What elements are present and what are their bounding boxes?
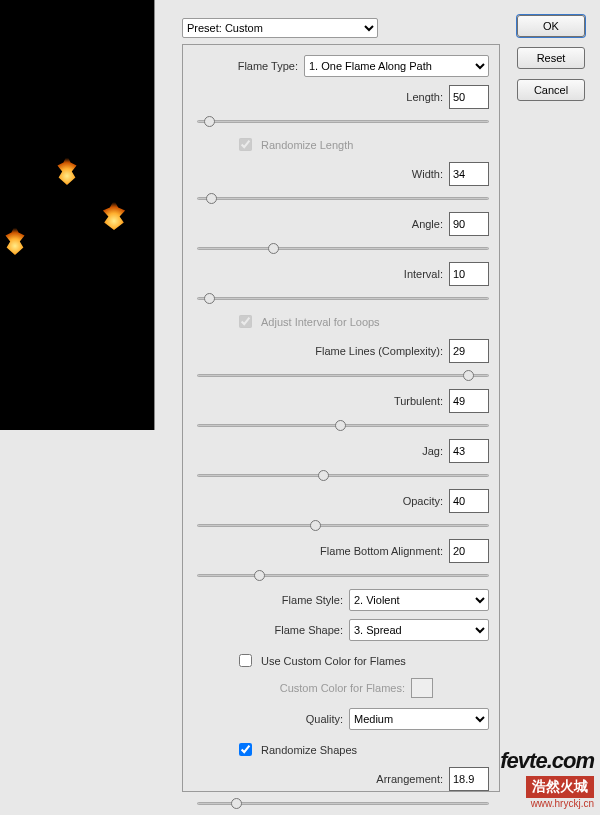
randomize-length-check: Randomize Length — [235, 135, 489, 154]
turbulent-input[interactable] — [449, 389, 489, 413]
bottom-alignment-input[interactable] — [449, 539, 489, 563]
bottom-alignment-slider[interactable] — [197, 573, 489, 577]
use-custom-color-label: Use Custom Color for Flames — [261, 655, 406, 667]
flame-style-dropdown[interactable]: 2. Violent — [349, 589, 489, 611]
interval-input[interactable] — [449, 262, 489, 286]
complexity-label: Flame Lines (Complexity): — [315, 345, 449, 357]
randomize-length-checkbox — [239, 138, 252, 151]
adjust-interval-check: Adjust Interval for Loops — [235, 312, 489, 331]
use-custom-color-checkbox[interactable] — [239, 654, 252, 667]
randomize-length-label: Randomize Length — [261, 139, 353, 151]
interval-slider[interactable] — [197, 296, 489, 300]
flame-glyph — [100, 200, 128, 230]
opacity-slider[interactable] — [197, 523, 489, 527]
flame-shape-label: Flame Shape: — [193, 624, 349, 636]
angle-slider[interactable] — [197, 246, 489, 250]
width-slider[interactable] — [197, 196, 489, 200]
randomize-shapes-checkbox[interactable] — [239, 743, 252, 756]
turbulent-label: Turbulent: — [394, 395, 449, 407]
flame-shape-dropdown[interactable]: 3. Spread — [349, 619, 489, 641]
flame-style-label: Flame Style: — [193, 594, 349, 606]
arrangement-label: Arrangement: — [376, 773, 449, 785]
preview-panel — [0, 0, 155, 430]
watermark: fevte.com 浩然火城 www.hryckj.cn — [500, 748, 594, 809]
watermark-line2: 浩然火城 — [526, 776, 594, 798]
preset-row: Preset: Custom — [182, 18, 378, 38]
length-label: Length: — [406, 91, 449, 103]
dialog-buttons: OK Reset Cancel — [517, 15, 585, 101]
interval-label: Interval: — [404, 268, 449, 280]
opacity-input[interactable] — [449, 489, 489, 513]
flame-type-label: Flame Type: — [193, 60, 304, 72]
custom-color-swatch[interactable] — [411, 678, 433, 698]
use-custom-color-check[interactable]: Use Custom Color for Flames — [235, 651, 489, 670]
settings-panel: Flame Type: 1. One Flame Along Path Leng… — [182, 44, 500, 792]
angle-input[interactable] — [449, 212, 489, 236]
turbulent-slider[interactable] — [197, 423, 489, 427]
complexity-slider[interactable] — [197, 373, 489, 377]
arrangement-input[interactable] — [449, 767, 489, 791]
length-slider[interactable] — [197, 119, 489, 123]
flame-glyph — [55, 155, 79, 185]
watermark-line1: fevte.com — [500, 748, 594, 774]
reset-button[interactable]: Reset — [517, 47, 585, 69]
randomize-shapes-check[interactable]: Randomize Shapes — [235, 740, 489, 759]
flame-type-dropdown[interactable]: 1. One Flame Along Path — [304, 55, 489, 77]
arrangement-slider[interactable] — [197, 801, 489, 805]
randomize-shapes-label: Randomize Shapes — [261, 744, 357, 756]
flame-preview — [0, 0, 154, 430]
quality-label: Quality: — [193, 713, 349, 725]
cancel-button[interactable]: Cancel — [517, 79, 585, 101]
width-input[interactable] — [449, 162, 489, 186]
adjust-interval-label: Adjust Interval for Loops — [261, 316, 380, 328]
jag-input[interactable] — [449, 439, 489, 463]
flame-glyph — [3, 225, 27, 255]
angle-label: Angle: — [412, 218, 449, 230]
width-label: Width: — [412, 168, 449, 180]
jag-slider[interactable] — [197, 473, 489, 477]
ok-button[interactable]: OK — [517, 15, 585, 37]
length-input[interactable] — [449, 85, 489, 109]
jag-label: Jag: — [422, 445, 449, 457]
custom-color-label: Custom Color for Flames: — [280, 682, 411, 694]
adjust-interval-checkbox — [239, 315, 252, 328]
quality-dropdown[interactable]: Medium — [349, 708, 489, 730]
watermark-line3: www.hryckj.cn — [500, 798, 594, 809]
preset-dropdown[interactable]: Preset: Custom — [182, 18, 378, 38]
complexity-input[interactable] — [449, 339, 489, 363]
opacity-label: Opacity: — [403, 495, 449, 507]
bottom-alignment-label: Flame Bottom Alignment: — [320, 545, 449, 557]
